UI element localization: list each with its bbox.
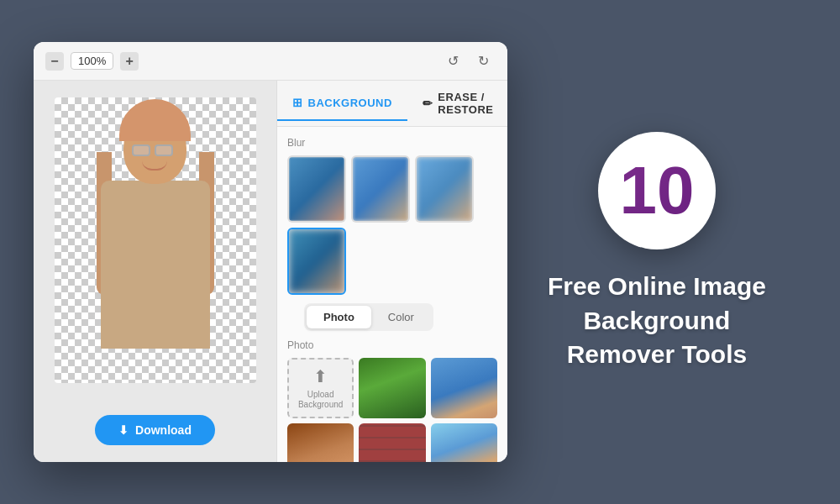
tab-background-label: BACKGROUND [308, 97, 392, 109]
photo-brick-thumb[interactable] [359, 423, 425, 462]
photo-nature1-thumb[interactable] [359, 358, 425, 418]
info-title-line3: Remover Tools [567, 340, 748, 368]
info-title-line2: Background [583, 307, 730, 334]
blur-thumb-4[interactable] [287, 228, 346, 295]
blur-section-label: Blur [287, 137, 497, 149]
person-figure [88, 106, 223, 375]
photo-grid: ⬆ UploadBackground [287, 358, 497, 462]
tab-erase-restore-label: ERASE / RESTORE [438, 91, 493, 116]
blur-thumb-img-1 [289, 157, 344, 221]
redo-button[interactable]: ↻ [472, 50, 496, 73]
blur-thumb-3[interactable] [415, 155, 474, 223]
main-area: ⬇ Download ⊞ BACKGROUND ✏ ERASE / RESTOR… [34, 81, 507, 462]
color-toggle-button[interactable]: Color [371, 306, 431, 328]
upload-icon: ⬆ [313, 366, 328, 386]
toolbar: − 100% + ↺ ↻ [34, 42, 507, 81]
upload-background-thumb[interactable]: ⬆ UploadBackground [287, 358, 354, 418]
tab-erase-restore[interactable]: ✏ ERASE / RESTORE [407, 81, 507, 126]
info-title-line1: Free Online Image [548, 272, 766, 300]
photo-beach-thumb[interactable] [431, 423, 497, 462]
zoom-minus-button[interactable]: − [45, 52, 64, 71]
download-icon: ⬇ [118, 423, 129, 437]
info-section: 10 Free Online Image Background Remover … [507, 132, 806, 372]
blur-thumbnails-row2 [287, 228, 497, 295]
zoom-value-display: 100% [71, 52, 113, 70]
blur-thumb-1[interactable] [287, 155, 346, 223]
download-label: Download [135, 423, 192, 437]
info-title: Free Online Image Background Remover Too… [548, 270, 766, 372]
canvas-area: ⬇ Download [34, 81, 277, 462]
layers-icon: ⊞ [292, 96, 303, 109]
photo-color-toggle: Photo Color [304, 303, 433, 331]
blur-thumbnails-row1 [287, 155, 497, 223]
blur-thumb-2[interactable] [351, 155, 410, 223]
photo-toggle-button[interactable]: Photo [307, 306, 371, 328]
blur-thumb-img-4 [289, 229, 344, 293]
upload-label: UploadBackground [298, 390, 343, 410]
photo-outdoor-thumb[interactable] [431, 358, 497, 418]
number-badge: 10 [598, 132, 716, 249]
app-screenshot-card: − 100% + ↺ ↻ [34, 42, 507, 462]
photo-section-label: Photo [287, 339, 497, 351]
panel-content: Blur [277, 127, 507, 462]
canvas-container [55, 97, 256, 383]
eraser-icon: ✏ [423, 97, 433, 110]
download-button[interactable]: ⬇ Download [95, 415, 215, 445]
tab-bar: ⊞ BACKGROUND ✏ ERASE / RESTORE [277, 81, 507, 127]
tab-background[interactable]: ⊞ BACKGROUND [277, 86, 407, 121]
blur-thumb-img-3 [417, 157, 472, 221]
right-panel: ⊞ BACKGROUND ✏ ERASE / RESTORE Blur [277, 81, 507, 462]
photo-indoor-thumb[interactable] [287, 423, 354, 462]
undo-button[interactable]: ↺ [442, 50, 465, 73]
blur-thumb-img-2 [353, 157, 408, 221]
number-text: 10 [619, 157, 694, 224]
zoom-plus-button[interactable]: + [120, 52, 139, 71]
